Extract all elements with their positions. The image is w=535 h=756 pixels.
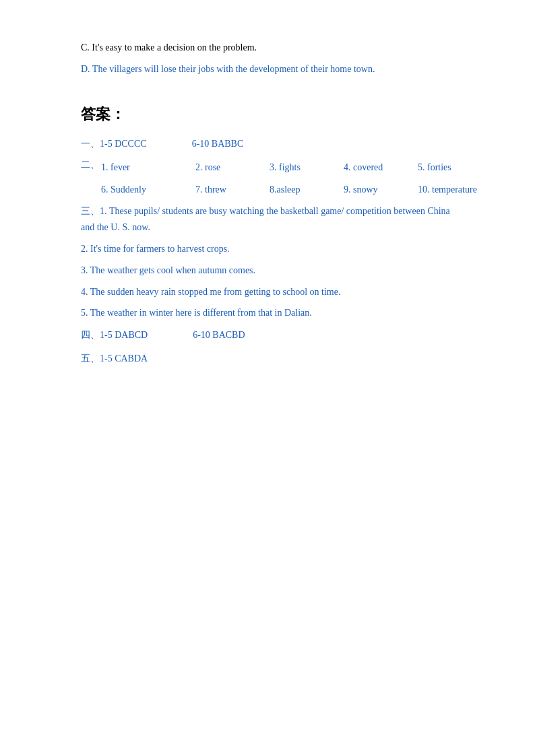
- vocab-6: 6. Suddenly: [101, 181, 175, 198]
- section-three-s5: 5. The weather in winter here is differe…: [81, 305, 454, 321]
- vocab-8: 8.asleep: [270, 181, 344, 198]
- section-five: 五、1-5 CABDA: [81, 350, 454, 367]
- section-three-s1: 三、1. These pupils/ students are busy wat…: [81, 203, 454, 236]
- vocab-10: 10. temperature: [418, 181, 492, 198]
- option-d-text: The villagers will lose their jobs with …: [90, 64, 375, 74]
- section-one-text: 1-5 DCCCC: [100, 139, 147, 149]
- section-three-s2: 2. It's time for farmers to harvest crop…: [81, 241, 454, 257]
- option-c-text: It's easy to make a decision on the prob…: [90, 42, 257, 53]
- section-three: 三、1. These pupils/ students are busy wat…: [81, 203, 454, 321]
- answer-title: 答案：: [81, 104, 454, 125]
- vocab-2: 2. rose: [195, 159, 270, 176]
- vocab-3: 3. fights: [270, 159, 344, 176]
- vocab-4: 4. covered: [344, 159, 418, 176]
- section-three-s4: 4. The sudden heavy rain stopped me from…: [81, 284, 454, 300]
- vocab-9: 9. snowy: [344, 181, 418, 198]
- section-five-text: 1-5 CABDA: [100, 353, 148, 364]
- section-three-s3: 3. The weather gets cool when autumn com…: [81, 263, 454, 279]
- section-two-label: 二、: [81, 159, 101, 176]
- vocab-row-1: 二、 1. fever 2. rose 3. fights 4. covered…: [81, 159, 454, 176]
- section-two: 二、 1. fever 2. rose 3. fights 4. covered…: [81, 159, 454, 198]
- vocab-row-2: 6. Suddenly 7. threw 8.asleep 9. snowy 1…: [81, 181, 454, 198]
- section-four-label: 四、: [81, 330, 100, 340]
- vocab-7: 7. threw: [195, 181, 270, 198]
- option-c-label: C.: [81, 42, 90, 53]
- section-four-text: 1-5 DABCD: [100, 330, 148, 340]
- section-one: 一、1-5 DCCCC 6-10 BABBC: [81, 135, 454, 152]
- option-d-label: D.: [81, 64, 90, 74]
- section-five-label: 五、: [81, 353, 100, 364]
- section-one-text2: 6-10 BABBC: [192, 139, 244, 149]
- answer-section: 答案： 一、1-5 DCCCC 6-10 BABBC 二、 1. fever 2…: [81, 104, 454, 368]
- section-one-label: 一、: [81, 139, 100, 149]
- vocab-5: 5. forties: [418, 159, 492, 176]
- section-four: 四、1-5 DABCD 6-10 BACBD: [81, 327, 454, 343]
- vocab-1: 1. fever: [101, 159, 175, 176]
- option-d: D. The villagers will lose their jobs wi…: [81, 62, 454, 77]
- option-c: C. It's easy to make a decision on the p…: [81, 40, 454, 55]
- section-four-text2: 6-10 BACBD: [193, 330, 245, 340]
- section-three-label: 三、: [81, 206, 100, 216]
